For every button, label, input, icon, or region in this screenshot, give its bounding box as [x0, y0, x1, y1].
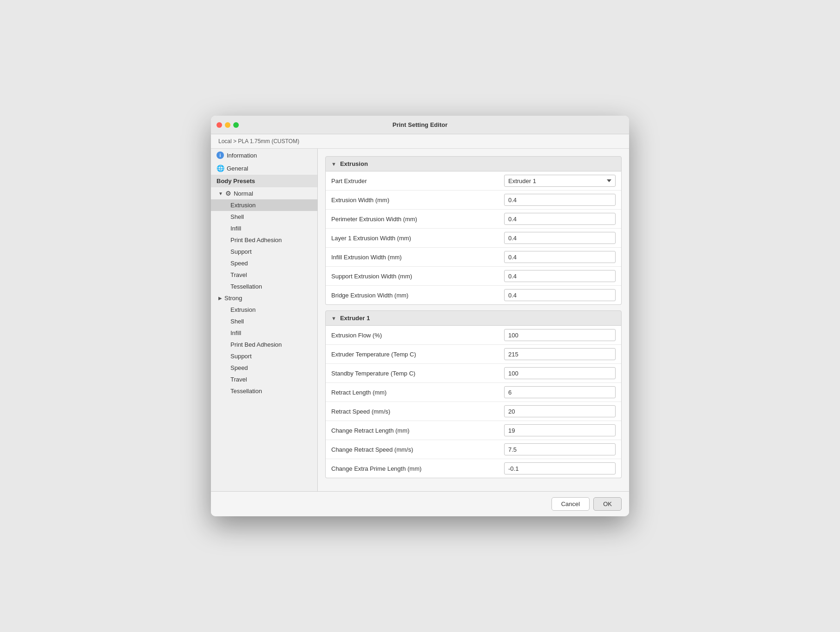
extrusion-section-title: Extrusion: [340, 160, 368, 167]
body-presets-label: Body Presets: [217, 178, 255, 184]
sidebar-normal-print-bed-adhesion[interactable]: Print Bed Adhesion: [211, 234, 317, 246]
main-content: i Information 🌐 General Body Presets ▼ ⚙…: [211, 149, 629, 491]
form-row-retract-length: Retract Length (mm): [326, 383, 621, 402]
sidebar-normal-infill[interactable]: Infill: [211, 223, 317, 234]
normal-label: Normal: [234, 190, 253, 197]
input-standby-temp[interactable]: [504, 367, 616, 379]
input-extruder-temp[interactable]: [504, 348, 616, 360]
window-title: Print Setting Editor: [393, 121, 447, 128]
app-window: Print Setting Editor Local > PLA 1.75mm …: [211, 116, 629, 516]
sidebar-strong-travel[interactable]: Travel: [211, 374, 317, 385]
input-change-extra-prime[interactable]: [504, 462, 616, 474]
extruder1-collapse-icon: ▼: [331, 316, 336, 321]
sidebar-item-general-label: General: [227, 165, 248, 172]
cancel-button[interactable]: Cancel: [551, 497, 590, 511]
sidebar-strong-shell[interactable]: Shell: [211, 316, 317, 327]
sidebar-normal-shell[interactable]: Shell: [211, 211, 317, 223]
form-row-perimeter-extrusion-width: Perimeter Extrusion Width (mm): [326, 210, 621, 229]
label-layer1-extrusion-width: Layer 1 Extrusion Width (mm): [331, 235, 504, 242]
label-extrusion-flow: Extrusion Flow (%): [331, 332, 504, 339]
label-bridge-extrusion-width: Bridge Extrusion Width (mm): [331, 292, 504, 299]
label-change-extra-prime: Change Extra Prime Length (mm): [331, 465, 504, 472]
footer: Cancel OK: [211, 491, 629, 516]
form-row-support-extrusion-width: Support Extrusion Width (mm): [326, 267, 621, 286]
form-row-infill-extrusion-width: Infill Extrusion Width (mm): [326, 248, 621, 267]
sidebar: i Information 🌐 General Body Presets ▼ ⚙…: [211, 149, 318, 491]
label-part-extruder: Part Extruder: [331, 178, 504, 184]
sidebar-preset-strong[interactable]: ▶ Strong: [211, 292, 317, 304]
input-extrusion-width[interactable]: [504, 194, 616, 206]
extruder1-section-header[interactable]: ▼ Extruder 1: [325, 310, 622, 326]
sidebar-strong-support[interactable]: Support: [211, 350, 317, 362]
label-retract-speed: Retract Speed (mm/s): [331, 408, 504, 415]
sidebar-item-information[interactable]: i Information: [211, 149, 317, 162]
sidebar-normal-travel[interactable]: Travel: [211, 269, 317, 281]
gear-icon: ⚙: [225, 190, 231, 197]
arrow-down-icon: ▼: [218, 191, 223, 196]
label-support-extrusion-width: Support Extrusion Width (mm): [331, 273, 504, 280]
label-retract-length: Retract Length (mm): [331, 389, 504, 396]
extruder1-section-title: Extruder 1: [340, 315, 370, 322]
titlebar: Print Setting Editor: [211, 116, 629, 134]
extrusion-section-body: Part Extruder Extruder 1 Extrusion Width…: [325, 171, 622, 305]
input-bridge-extrusion-width[interactable]: [504, 289, 616, 301]
sidebar-strong-infill[interactable]: Infill: [211, 327, 317, 339]
breadcrumb: Local > PLA 1.75mm (CUSTOM): [211, 134, 629, 149]
form-row-retract-speed: Retract Speed (mm/s): [326, 402, 621, 421]
input-change-retract-length[interactable]: [504, 424, 616, 436]
label-change-retract-length: Change Retract Length (mm): [331, 427, 504, 434]
content-panel: ▼ Extrusion Part Extruder Extruder 1 Ext…: [318, 149, 629, 491]
form-row-change-retract-length: Change Retract Length (mm): [326, 421, 621, 440]
sidebar-strong-speed[interactable]: Speed: [211, 362, 317, 374]
close-button[interactable]: [217, 122, 222, 128]
maximize-button[interactable]: [233, 122, 239, 128]
sidebar-body-presets[interactable]: Body Presets: [211, 175, 317, 187]
arrow-right-icon: ▶: [218, 296, 222, 301]
input-change-retract-speed[interactable]: [504, 443, 616, 455]
minimize-button[interactable]: [225, 122, 230, 128]
sidebar-preset-normal[interactable]: ▼ ⚙ Normal: [211, 187, 317, 199]
label-standby-temp: Standby Temperature (Temp C): [331, 370, 504, 377]
window-controls: [217, 122, 239, 128]
label-extruder-temp: Extruder Temperature (Temp C): [331, 351, 504, 358]
sidebar-strong-print-bed-adhesion[interactable]: Print Bed Adhesion: [211, 339, 317, 350]
sidebar-normal-support[interactable]: Support: [211, 246, 317, 257]
input-layer1-extrusion-width[interactable]: [504, 232, 616, 244]
input-retract-speed[interactable]: [504, 405, 616, 417]
form-row-change-retract-speed: Change Retract Speed (mm/s): [326, 440, 621, 459]
form-row-layer1-extrusion-width: Layer 1 Extrusion Width (mm): [326, 229, 621, 248]
form-row-extrusion-flow: Extrusion Flow (%): [326, 326, 621, 345]
sidebar-normal-speed[interactable]: Speed: [211, 257, 317, 269]
form-row-change-extra-prime: Change Extra Prime Length (mm): [326, 459, 621, 478]
input-extrusion-flow[interactable]: [504, 329, 616, 341]
sidebar-item-information-label: Information: [227, 152, 257, 159]
form-row-part-extruder: Part Extruder Extruder 1: [326, 171, 621, 191]
extruder1-section-body: Extrusion Flow (%) Extruder Temperature …: [325, 326, 622, 478]
label-extrusion-width: Extrusion Width (mm): [331, 197, 504, 204]
sidebar-strong-extrusion[interactable]: Extrusion: [211, 304, 317, 316]
globe-icon: 🌐: [217, 165, 224, 172]
form-row-standby-temp: Standby Temperature (Temp C): [326, 364, 621, 383]
extrusion-section-header[interactable]: ▼ Extrusion: [325, 156, 622, 171]
sidebar-normal-tessellation[interactable]: Tessellation: [211, 281, 317, 292]
input-infill-extrusion-width[interactable]: [504, 251, 616, 263]
strong-label: Strong: [224, 295, 242, 302]
form-row-extrusion-width: Extrusion Width (mm): [326, 191, 621, 210]
info-icon: i: [217, 151, 224, 159]
input-support-extrusion-width[interactable]: [504, 270, 616, 282]
extrusion-collapse-icon: ▼: [331, 161, 336, 167]
form-row-extruder-temp: Extruder Temperature (Temp C): [326, 345, 621, 364]
label-perimeter-extrusion-width: Perimeter Extrusion Width (mm): [331, 216, 504, 223]
sidebar-item-general[interactable]: 🌐 General: [211, 162, 317, 175]
label-change-retract-speed: Change Retract Speed (mm/s): [331, 446, 504, 453]
input-perimeter-extrusion-width[interactable]: [504, 213, 616, 225]
input-retract-length[interactable]: [504, 386, 616, 398]
input-part-extruder[interactable]: Extruder 1: [504, 175, 616, 187]
form-row-bridge-extrusion-width: Bridge Extrusion Width (mm): [326, 286, 621, 304]
label-infill-extrusion-width: Infill Extrusion Width (mm): [331, 254, 504, 261]
ok-button[interactable]: OK: [593, 497, 622, 511]
sidebar-normal-extrusion[interactable]: Extrusion: [211, 199, 317, 211]
sidebar-strong-tessellation[interactable]: Tessellation: [211, 385, 317, 397]
